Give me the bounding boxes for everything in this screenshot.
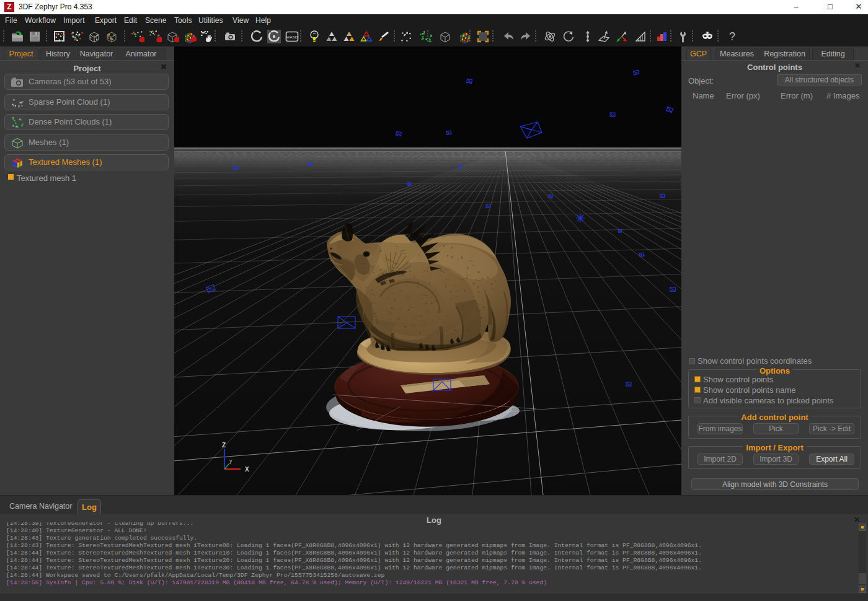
svg-text:WASD: WASD (286, 35, 298, 39)
svg-text:?: ? (729, 30, 735, 43)
svg-text:X: X (245, 466, 249, 473)
svg-text:Z: Z (222, 442, 226, 449)
